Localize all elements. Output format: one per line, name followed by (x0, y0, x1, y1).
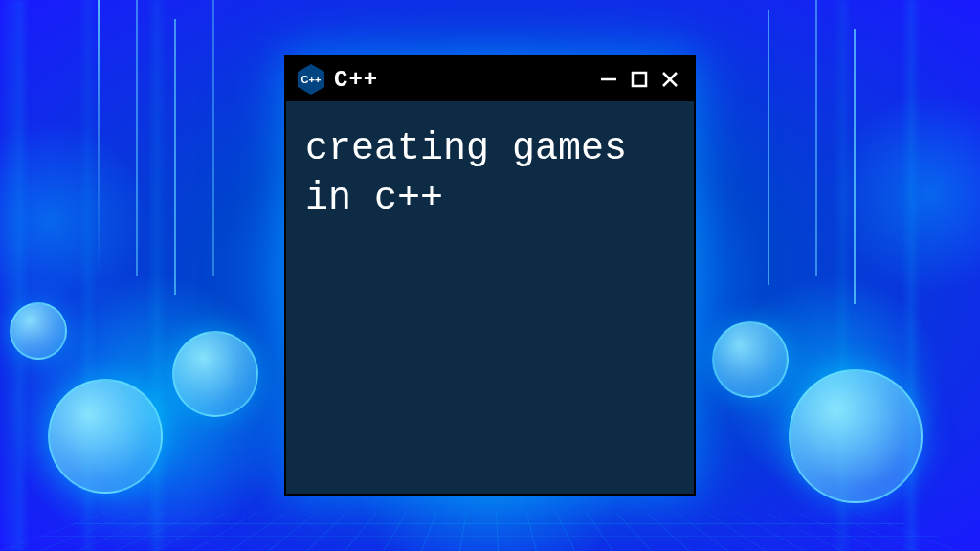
cpp-icon-text: C++ (301, 74, 322, 85)
svg-rect-1 (633, 73, 646, 86)
window-controls (596, 66, 682, 93)
close-button[interactable] (657, 66, 682, 93)
sphere-decoration (712, 321, 789, 398)
sphere-decoration (789, 369, 923, 503)
titlebar[interactable]: C++ C++ (286, 57, 694, 101)
terminal-content[interactable]: creating games in c++ (286, 101, 694, 247)
sphere-decoration (172, 331, 258, 417)
terminal-window: C++ C++ creating games in c++ (284, 55, 696, 496)
minimize-icon (599, 70, 618, 89)
sphere-decoration (10, 302, 67, 360)
window-title: C++ (334, 67, 587, 93)
maximize-button[interactable] (627, 66, 652, 93)
close-icon (660, 70, 679, 89)
cpp-logo-icon: C++ (298, 64, 324, 95)
maximize-icon (631, 71, 648, 88)
cpp-hexagon: C++ (298, 64, 324, 95)
sphere-decoration (48, 379, 163, 494)
minimize-button[interactable] (596, 66, 621, 93)
